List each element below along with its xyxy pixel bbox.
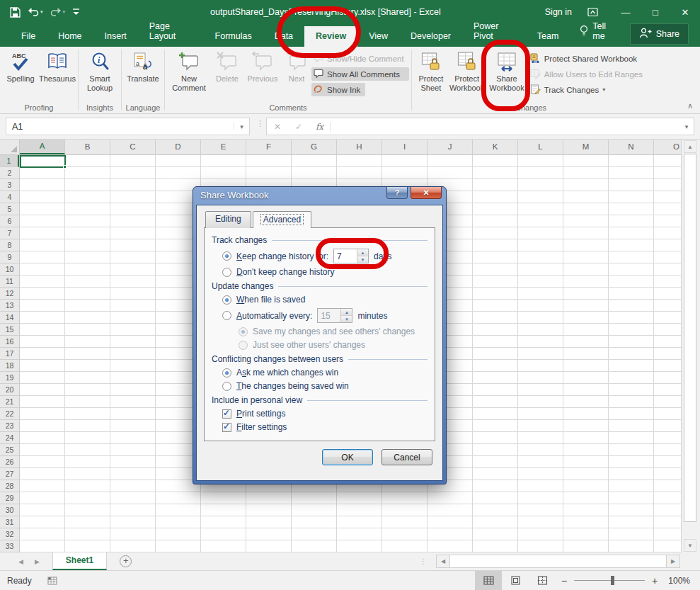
- row-header-27[interactable]: 27: [0, 468, 19, 480]
- row-header-26[interactable]: 26: [0, 456, 19, 468]
- dont-keep-history-option[interactable]: Don't keep change history: [222, 267, 428, 277]
- row-header-23[interactable]: 23: [0, 420, 19, 432]
- days-spin-down-icon[interactable]: ▼: [357, 256, 368, 263]
- sheet-tab-sheet1[interactable]: Sheet1: [52, 552, 107, 570]
- allow-users-button[interactable]: Allow Users to Edit Ranges: [528, 67, 648, 81]
- next-comment-button[interactable]: Next: [282, 48, 311, 85]
- scroll-up-icon[interactable]: ▲: [684, 140, 696, 153]
- zoom-in-icon[interactable]: +: [646, 575, 663, 586]
- automatically-every-option[interactable]: Automatically every: ▲▼ minutes: [222, 308, 428, 323]
- dialog-title-bar[interactable]: Share Workbook ? ✕: [196, 187, 443, 205]
- show-hide-comment-button[interactable]: Show/Hide Comment: [311, 52, 409, 65]
- ribbon-display-options-icon[interactable]: [587, 7, 598, 17]
- share-workbook-button[interactable]: Share Workbook: [486, 48, 527, 94]
- ok-button[interactable]: OK: [322, 449, 373, 465]
- undo-button[interactable]: ▾: [28, 7, 43, 17]
- row-header-22[interactable]: 22: [0, 408, 19, 420]
- vertical-scroll-thumb[interactable]: [684, 154, 696, 522]
- horizontal-scroll-thumb[interactable]: [450, 555, 666, 568]
- ask-me-option[interactable]: Ask me which changes win: [222, 368, 428, 378]
- translate-button[interactable]: aã Translate: [124, 48, 162, 85]
- new-comment-button[interactable]: New Comment: [167, 48, 211, 94]
- row-header-7[interactable]: 7: [0, 227, 19, 239]
- row-header-14[interactable]: 14: [0, 312, 19, 324]
- filter-settings-checkbox[interactable]: [222, 423, 231, 432]
- row-header-3[interactable]: 3: [0, 179, 19, 191]
- row-header-1[interactable]: 1: [0, 155, 19, 167]
- dont-keep-history-radio[interactable]: [222, 268, 231, 277]
- row-header-4[interactable]: 4: [0, 191, 19, 203]
- row-header-19[interactable]: 19: [0, 372, 19, 384]
- zoom-slider[interactable]: [574, 580, 645, 581]
- row-header-29[interactable]: 29: [0, 492, 19, 504]
- zoom-level[interactable]: 100%: [663, 576, 700, 586]
- customize-qat-button[interactable]: [72, 8, 80, 16]
- protect-workbook-button[interactable]: Protect Workbook: [448, 48, 486, 94]
- redo-button[interactable]: ▾: [50, 7, 66, 17]
- tab-developer[interactable]: Developer: [399, 26, 462, 47]
- tab-insert[interactable]: Insert: [93, 26, 138, 47]
- column-header-O[interactable]: O: [654, 140, 681, 154]
- row-header-30[interactable]: 30: [0, 504, 19, 516]
- column-header-N[interactable]: N: [609, 140, 654, 154]
- dialog-help-button[interactable]: ?: [386, 187, 408, 199]
- close-button[interactable]: ✕: [670, 1, 700, 23]
- row-header-5[interactable]: 5: [0, 203, 19, 215]
- page-layout-view-button[interactable]: [502, 571, 529, 590]
- tab-file[interactable]: File: [10, 26, 47, 47]
- tab-editing[interactable]: Editing: [205, 211, 251, 228]
- redo-caret-icon[interactable]: ▾: [63, 9, 66, 15]
- maximize-button[interactable]: □: [641, 1, 670, 23]
- row-header-18[interactable]: 18: [0, 360, 19, 372]
- expand-formula-bar-icon[interactable]: ▾: [679, 123, 694, 130]
- row-header-32[interactable]: 32: [0, 528, 19, 540]
- horizontal-scrollbar[interactable]: ◀ ▶: [436, 555, 680, 568]
- column-header-K[interactable]: K: [473, 140, 518, 154]
- thesaurus-button[interactable]: Thesaurus: [39, 48, 76, 85]
- scroll-down-icon[interactable]: ▼: [684, 539, 696, 552]
- show-all-comments-button[interactable]: Show All Comments: [311, 67, 409, 81]
- tell-me-box[interactable]: Tell me: [570, 21, 629, 47]
- undo-caret-icon[interactable]: ▾: [40, 9, 43, 15]
- tab-data[interactable]: Data: [263, 26, 304, 47]
- collapse-ribbon-icon[interactable]: ∧: [687, 101, 693, 110]
- filter-settings-option[interactable]: Filter settings: [222, 422, 428, 432]
- row-header-21[interactable]: 21: [0, 396, 19, 408]
- row-header-12[interactable]: 12: [0, 288, 19, 300]
- automatically-every-radio[interactable]: [222, 311, 231, 320]
- scroll-right-icon[interactable]: ▶: [666, 555, 680, 568]
- macro-record-icon[interactable]: [47, 577, 57, 585]
- column-header-D[interactable]: D: [156, 140, 201, 154]
- row-header-33[interactable]: 33: [0, 540, 19, 552]
- tab-team[interactable]: Team: [526, 26, 570, 47]
- tab-page-layout[interactable]: Page Layout: [138, 16, 204, 47]
- row-header-10[interactable]: 10: [0, 263, 19, 276]
- row-header-24[interactable]: 24: [0, 432, 19, 444]
- fill-handle[interactable]: [63, 165, 67, 169]
- row-header-15[interactable]: 15: [0, 324, 19, 336]
- select-all-corner[interactable]: [0, 140, 20, 155]
- column-header-F[interactable]: F: [246, 140, 292, 154]
- changes-saved-win-option[interactable]: The changes being saved win: [222, 381, 428, 391]
- row-header-20[interactable]: 20: [0, 384, 19, 396]
- formula-bar-grip-icon[interactable]: ⋮: [256, 119, 263, 128]
- tab-home[interactable]: Home: [47, 26, 93, 47]
- row-header-9[interactable]: 9: [0, 251, 19, 263]
- column-header-E[interactable]: E: [201, 140, 246, 154]
- column-header-C[interactable]: C: [110, 140, 156, 154]
- row-header-2[interactable]: 2: [0, 167, 19, 179]
- tab-power-pivot[interactable]: Power Pivot: [462, 16, 526, 47]
- share-button[interactable]: Share: [630, 23, 689, 45]
- zoom-slider-thumb[interactable]: [611, 576, 614, 585]
- column-header-I[interactable]: I: [382, 140, 428, 154]
- print-settings-checkbox[interactable]: [222, 409, 231, 419]
- column-header-J[interactable]: J: [428, 140, 473, 154]
- row-header-8[interactable]: 8: [0, 239, 19, 251]
- selected-cell-a1[interactable]: [20, 155, 66, 168]
- previous-comment-button[interactable]: Previous: [243, 48, 282, 85]
- show-ink-button[interactable]: Show Ink: [311, 83, 365, 96]
- formula-bar[interactable]: ✕ ✓ fx ▾: [266, 118, 694, 135]
- protect-sheet-button[interactable]: Protect Sheet: [414, 48, 448, 94]
- dialog-close-button[interactable]: ✕: [411, 187, 442, 199]
- zoom-out-icon[interactable]: −: [556, 575, 573, 586]
